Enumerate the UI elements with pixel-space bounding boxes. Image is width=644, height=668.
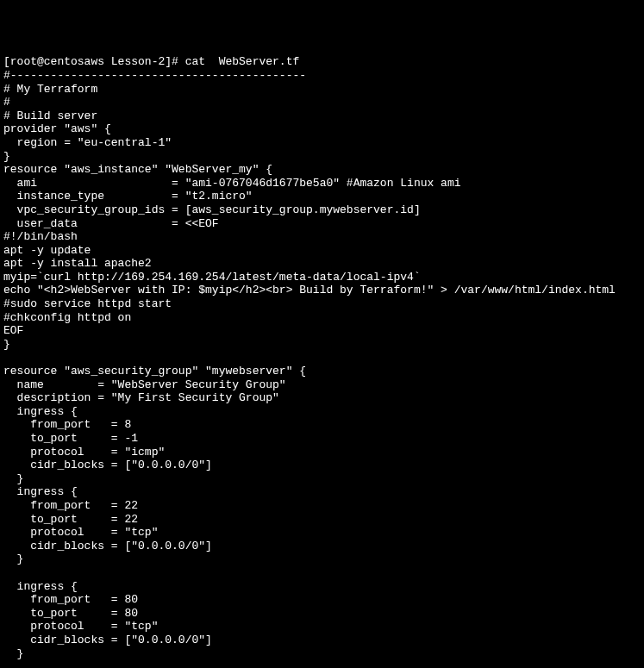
terminal-output[interactable]: [root@centosaws Lesson-2]# cat WebServer… xyxy=(3,55,641,668)
